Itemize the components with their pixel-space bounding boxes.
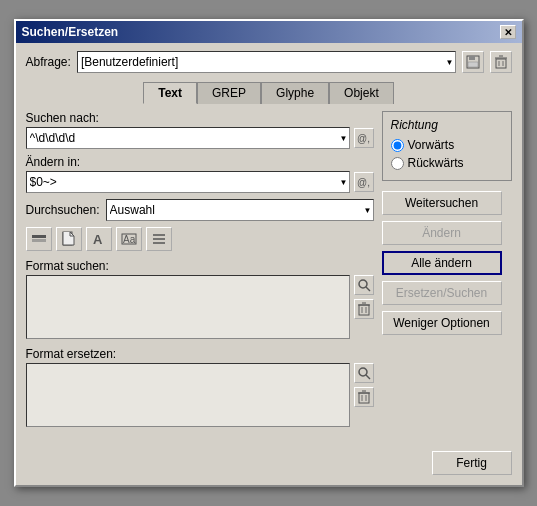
image-icon: Aa xyxy=(121,231,137,247)
durchsuchen-select[interactable]: Auswahl Dokument Geschichte Alle Dokumen… xyxy=(106,199,374,221)
aendern-button[interactable]: Ändern xyxy=(382,221,502,245)
aendern-label: Ändern in: xyxy=(26,155,374,169)
dialog-window: Suchen/Ersetzen ✕ Abfrage: [Benutzerdefi… xyxy=(14,19,524,487)
richtung-title: Richtung xyxy=(391,118,503,132)
title-bar: Suchen/Ersetzen ✕ xyxy=(16,21,522,43)
suchen-label: Suchen nach: xyxy=(26,111,374,125)
icons-row: A Aa xyxy=(26,227,374,251)
save-icon xyxy=(466,55,480,69)
aendern-at-btn[interactable]: @, xyxy=(354,172,374,192)
tab-text[interactable]: Text xyxy=(143,82,197,104)
format-suchen-side-btns xyxy=(354,275,374,339)
abfrage-label: Abfrage: xyxy=(26,55,71,69)
svg-point-17 xyxy=(359,280,367,288)
abfrage-select[interactable]: [Benutzerdefiniert] xyxy=(77,51,456,73)
svg-rect-9 xyxy=(32,239,46,242)
svg-rect-3 xyxy=(496,59,506,68)
abfrage-delete-btn[interactable] xyxy=(490,51,512,73)
right-panel: Richtung Vorwärts Rückwärts Weitersuchen… xyxy=(382,111,512,435)
aendern-at-icon: @, xyxy=(357,177,370,188)
abfrage-save-btn[interactable] xyxy=(462,51,484,73)
format-suchen-delete-btn[interactable] xyxy=(354,299,374,319)
svg-line-18 xyxy=(366,287,370,291)
format-suchen-area xyxy=(26,275,374,339)
format-ersetzen-side-btns xyxy=(354,363,374,427)
format-suchen-label: Format suchen: xyxy=(26,259,374,273)
suchen-input-row: ^\d\d\d\d ▼ @, xyxy=(26,127,374,149)
doc-btn[interactable] xyxy=(56,227,82,251)
aendern-field-row: Ändern in: $0~> ▼ @, xyxy=(26,155,374,193)
aendern-input-row: $0~> ▼ @, xyxy=(26,171,374,193)
layers-btn[interactable] xyxy=(26,227,52,251)
durchsuchen-label: Durchsuchen: xyxy=(26,203,100,217)
abfrage-row: Abfrage: [Benutzerdefiniert] ▼ xyxy=(26,51,512,73)
svg-rect-8 xyxy=(32,235,46,238)
image-btn[interactable]: Aa xyxy=(116,227,142,251)
ersetzen-suchen-button[interactable]: Ersetzen/Suchen xyxy=(382,281,502,305)
radio-rueckwaerts-row: Rückwärts xyxy=(391,156,503,170)
tab-objekt[interactable]: Objekt xyxy=(329,82,394,104)
trash-icon xyxy=(358,302,370,316)
text-format-icon: A xyxy=(91,231,107,247)
format-ersetzen-area xyxy=(26,363,374,427)
rueckwaerts-label: Rückwärts xyxy=(408,156,464,170)
suchen-at-icon: @, xyxy=(357,133,370,144)
format-ersetzen-delete-btn[interactable] xyxy=(354,387,374,407)
vorwaerts-label: Vorwärts xyxy=(408,138,455,152)
radio-vorwaerts-row: Vorwärts xyxy=(391,138,503,152)
main-area: Suchen nach: ^\d\d\d\d ▼ @, xyxy=(26,111,512,435)
delete-icon xyxy=(494,55,508,69)
footer-row: Fertig xyxy=(26,445,512,475)
trash-icon-2 xyxy=(358,390,370,404)
layers-icon xyxy=(31,231,47,247)
weniger-optionen-button[interactable]: Weniger Optionen xyxy=(382,311,502,335)
suchen-field-row: Suchen nach: ^\d\d\d\d ▼ @, xyxy=(26,111,374,149)
format-ersetzen-textarea[interactable] xyxy=(26,363,350,427)
format-suchen-section: Format suchen: xyxy=(26,259,374,339)
svg-line-25 xyxy=(366,375,370,379)
tabs-row: Text GREP Glyphe Objekt xyxy=(26,81,512,103)
svg-rect-26 xyxy=(359,393,369,403)
aendern-input[interactable]: $0~> xyxy=(26,171,350,193)
format-ersetzen-label: Format ersetzen: xyxy=(26,347,374,361)
tab-grep[interactable]: GREP xyxy=(197,82,261,104)
close-button[interactable]: ✕ xyxy=(500,25,516,39)
left-panel: Suchen nach: ^\d\d\d\d ▼ @, xyxy=(26,111,374,435)
lines-icon xyxy=(151,231,167,247)
suchen-select-wrapper: ^\d\d\d\d ▼ xyxy=(26,127,350,149)
text-format-btn[interactable]: A xyxy=(86,227,112,251)
search-icon-2 xyxy=(357,366,371,380)
abfrage-select-wrapper: [Benutzerdefiniert] ▼ xyxy=(77,51,456,73)
format-ersetzen-section: Format ersetzen: xyxy=(26,347,374,427)
svg-point-24 xyxy=(359,368,367,376)
suchen-at-btn[interactable]: @, xyxy=(354,128,374,148)
durchsuchen-select-wrapper: Auswahl Dokument Geschichte Alle Dokumen… xyxy=(106,199,374,221)
doc-icon xyxy=(62,231,76,247)
richtung-group: Richtung Vorwärts Rückwärts xyxy=(382,111,512,181)
format-ersetzen-search-btn[interactable] xyxy=(354,363,374,383)
aendern-select-wrapper: $0~> ▼ xyxy=(26,171,350,193)
fertig-button[interactable]: Fertig xyxy=(432,451,512,475)
svg-text:A: A xyxy=(93,232,103,247)
tab-glyphe[interactable]: Glyphe xyxy=(261,82,329,104)
svg-rect-19 xyxy=(359,305,369,315)
dialog-body: Abfrage: [Benutzerdefiniert] ▼ xyxy=(16,43,522,485)
search-icon xyxy=(357,278,371,292)
format-suchen-search-btn[interactable] xyxy=(354,275,374,295)
format-suchen-textarea[interactable] xyxy=(26,275,350,339)
svg-rect-2 xyxy=(468,62,478,67)
radio-vorwaerts[interactable] xyxy=(391,139,404,152)
svg-rect-1 xyxy=(469,56,475,60)
lines-btn[interactable] xyxy=(146,227,172,251)
dialog-title: Suchen/Ersetzen xyxy=(22,25,119,39)
svg-text:Aa: Aa xyxy=(123,234,136,245)
durchsuchen-row: Durchsuchen: Auswahl Dokument Geschichte… xyxy=(26,199,374,221)
radio-rueckwaerts[interactable] xyxy=(391,157,404,170)
suchen-input[interactable]: ^\d\d\d\d xyxy=(26,127,350,149)
alle-aendern-button[interactable]: Alle ändern xyxy=(382,251,502,275)
weitersuchen-button[interactable]: Weitersuchen xyxy=(382,191,502,215)
